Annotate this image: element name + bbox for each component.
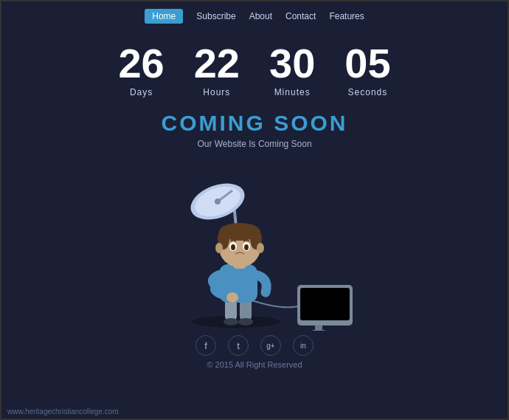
svg-point-13 <box>224 318 238 326</box>
social-facebook[interactable]: f <box>195 335 216 356</box>
days-value: 26 <box>118 43 164 84</box>
illustration <box>1 154 508 331</box>
svg-rect-8 <box>300 288 350 320</box>
illustration-svg <box>129 161 380 331</box>
nav-item-subscribe[interactable]: Subscribe <box>196 11 235 21</box>
svg-point-25 <box>215 243 223 253</box>
svg-point-6 <box>215 199 221 204</box>
countdown-hours: 22 Hours <box>194 43 240 97</box>
footer-copyright: © 2015 All Right Reserved <box>1 359 508 372</box>
svg-rect-9 <box>315 326 322 331</box>
site-url: www.heritagechristiancollege.com <box>7 407 119 416</box>
hours-label: Hours <box>203 87 230 97</box>
svg-rect-10 <box>312 330 325 331</box>
countdown-days: 26 Days <box>118 43 164 97</box>
countdown-minutes: 30 Minutes <box>269 43 315 97</box>
coming-soon-title: COMING SOON <box>1 111 508 136</box>
coming-soon-subtitle: Our Website Is Coming Soon <box>1 139 508 149</box>
nav-item-contact[interactable]: Contact <box>285 11 316 21</box>
days-label: Days <box>130 87 153 97</box>
svg-point-26 <box>257 243 264 253</box>
seconds-value: 05 <box>344 43 390 84</box>
social-twitter[interactable]: t <box>228 335 249 356</box>
navigation: Home Subscribe About Contact Features <box>1 1 508 30</box>
countdown-section: 26 Days 22 Hours 30 Minutes 05 Seconds <box>1 30 508 105</box>
social-linkedin[interactable]: in <box>293 335 314 356</box>
svg-point-24 <box>244 244 249 250</box>
hours-value: 22 <box>194 43 240 84</box>
nav-item-about[interactable]: About <box>249 11 272 21</box>
svg-point-27 <box>226 292 238 303</box>
social-section: f t g+ in <box>1 331 508 359</box>
countdown-seconds: 05 Seconds <box>344 43 390 97</box>
minutes-value: 30 <box>269 43 315 84</box>
svg-point-14 <box>238 318 253 326</box>
nav-item-features[interactable]: Features <box>329 11 364 21</box>
minutes-label: Minutes <box>274 87 311 97</box>
social-googleplus[interactable]: g+ <box>260 335 281 356</box>
nav-item-home[interactable]: Home <box>145 9 183 24</box>
svg-point-23 <box>231 244 235 250</box>
seconds-label: Seconds <box>348 87 388 97</box>
